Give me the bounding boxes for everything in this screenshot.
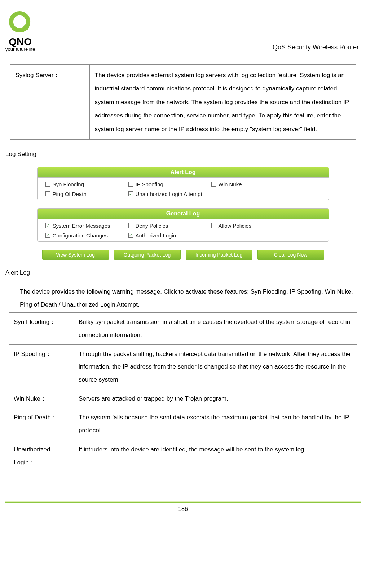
brand-word: QNO [9, 36, 32, 47]
syn-flooding-term: Syn Flooding： [9, 313, 74, 344]
checkbox-icon [128, 182, 133, 187]
checkbox-label: Ping Of Death [53, 191, 87, 197]
outgoing-packet-log-button[interactable]: Outgoing Packet Log [114, 250, 181, 260]
win-nuke-term: Win Nuke： [9, 389, 74, 408]
alert-log-panel-title: Alert Log [38, 167, 329, 178]
checkbox-icon: ✓ [45, 223, 50, 228]
alert-log-intro: The device provides the following warnin… [20, 285, 357, 311]
general-log-panel-title: General Log [38, 209, 329, 219]
checkbox-icon [45, 182, 50, 187]
ping-of-death-desc: The system fails because the sent data e… [74, 408, 357, 440]
brand-logo-block: QNO your future life [5, 9, 35, 52]
alert-log-intro-text: The device provides the following warnin… [20, 288, 353, 308]
page-title: QoS Security Wireless Router [273, 44, 361, 52]
syn-flooding-desc: Bulky syn packet transmission in a short… [74, 313, 357, 344]
q-logo-icon [7, 9, 34, 36]
table-row: Syn Flooding： Bulky syn packet transmiss… [9, 313, 357, 344]
checkbox-label: Syn Flooding [53, 181, 84, 187]
ping-of-death-checkbox[interactable]: Ping Of Death [45, 191, 128, 197]
ip-spoofing-term: IP Spoofing： [9, 344, 74, 389]
general-log-panel: General Log ✓ System Error Messages Deny… [37, 208, 329, 242]
table-row: Win Nuke： Servers are attacked or trappe… [9, 389, 357, 408]
checkbox-icon: ✓ [45, 233, 50, 238]
win-nuke-desc: Servers are attacked or trapped by the T… [74, 389, 357, 408]
table-row: IP Spoofing： Through the packet sniffing… [9, 344, 357, 389]
ip-spoofing-checkbox[interactable]: IP Spoofing [128, 181, 211, 187]
view-system-log-button[interactable]: View System Log [42, 250, 109, 260]
configuration-changes-checkbox[interactable]: ✓ Configuration Changes [45, 232, 128, 239]
system-error-messages-checkbox[interactable]: ✓ System Error Messages [45, 223, 128, 229]
checkbox-icon [128, 223, 133, 228]
table-row: Ping of Death： The system fails because … [9, 408, 357, 440]
page-number: 186 [5, 506, 361, 512]
checkbox-label: Unauthorized Login Attempt [136, 191, 202, 197]
checkbox-icon: ✓ [128, 233, 133, 238]
syslog-term: Syslog Server： [10, 65, 89, 140]
checkbox-label: Win Nuke [219, 181, 242, 187]
checkbox-icon: ✓ [128, 191, 133, 196]
checkbox-icon [211, 223, 216, 228]
syn-flooding-checkbox[interactable]: Syn Flooding [45, 181, 128, 187]
clear-log-now-button[interactable]: Clear Log Now [257, 250, 324, 260]
log-setting-heading: Log Setting [5, 151, 361, 158]
alert-log-panel: Alert Log Syn Flooding IP Spoofing Win N… [37, 167, 329, 200]
win-nuke-checkbox[interactable]: Win Nuke [211, 181, 321, 187]
page-header: QNO your future life QoS Security Wirele… [5, 9, 361, 55]
unauthorized-login-checkbox[interactable]: ✓ Unauthorized Login Attempt [128, 191, 211, 197]
ping-of-death-term: Ping of Death： [9, 408, 74, 440]
unauthorized-login-term: Unauthorized Login： [9, 440, 74, 472]
alert-log-heading: Alert Log [5, 269, 361, 276]
checkbox-label: System Error Messages [53, 223, 110, 229]
ip-spoofing-desc: Through the packet sniffing, hackers int… [74, 344, 357, 389]
incoming-packet-log-button[interactable]: Incoming Packet Log [186, 250, 252, 260]
authorized-login-checkbox[interactable]: ✓ Authorized Login [128, 232, 211, 239]
checkbox-label: Configuration Changes [53, 232, 108, 239]
alert-log-table: Syn Flooding： Bulky syn packet transmiss… [9, 312, 357, 472]
checkbox-label: IP Spoofing [136, 181, 163, 187]
checkbox-label: Authorized Login [136, 232, 176, 239]
syslog-desc: The device provides external system log … [89, 65, 356, 140]
deny-policies-checkbox[interactable]: Deny Policies [128, 223, 211, 229]
footer-divider [5, 501, 361, 503]
checkbox-label: Deny Policies [136, 223, 168, 229]
brand-tagline: your future life [5, 47, 35, 52]
syslog-description-table: Syslog Server： The device provides exter… [10, 64, 356, 140]
table-row: Unauthorized Login： If intruders into th… [9, 440, 357, 472]
log-buttons-row: View System Log Outgoing Packet Log Inco… [37, 250, 329, 260]
checkbox-icon [211, 182, 216, 187]
unauthorized-login-desc: If intruders into the device are identif… [74, 440, 357, 472]
checkbox-label: Allow Policies [219, 223, 252, 229]
checkbox-icon [45, 191, 50, 196]
allow-policies-checkbox[interactable]: Allow Policies [211, 223, 321, 229]
page-container: QNO your future life QoS Security Wirele… [0, 0, 366, 520]
log-setting-panels: Alert Log Syn Flooding IP Spoofing Win N… [37, 167, 329, 260]
